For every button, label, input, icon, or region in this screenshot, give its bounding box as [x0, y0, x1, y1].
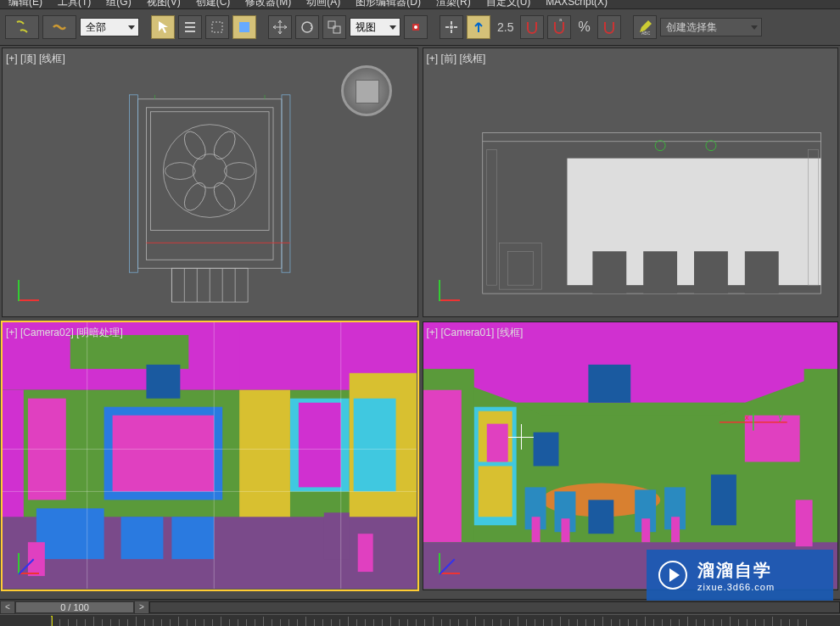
percent-snap-label: %	[574, 20, 593, 35]
watermark-title: 溜溜自学	[697, 559, 775, 582]
scale-button[interactable]	[322, 15, 346, 39]
svg-rect-64	[121, 517, 164, 559]
rotate-button[interactable]	[295, 15, 319, 39]
viewport-top-label[interactable]: [+] [顶] [线框]	[6, 52, 65, 66]
unlink-button[interactable]	[5, 15, 39, 39]
svg-rect-65	[171, 517, 214, 559]
svg-rect-38	[643, 251, 677, 293]
svg-rect-39	[694, 251, 728, 293]
move-icon	[272, 19, 288, 36]
select-region-rect-button[interactable]	[205, 15, 229, 39]
viewport-camera01-content: x y	[423, 322, 837, 589]
edit-named-selection-button[interactable]: ABC	[633, 15, 657, 39]
svg-rect-77	[588, 364, 630, 402]
svg-rect-89	[588, 500, 613, 534]
menu-grapheditor[interactable]: 图形编辑器(D)	[356, 0, 421, 8]
named-selection-dropdown[interactable]: 创建选择集	[660, 18, 762, 36]
keyboard-shortcut-override-button[interactable]	[467, 15, 490, 39]
menu-view[interactable]: 视图(V)	[147, 0, 181, 8]
main-toolbar: 全部 视图 2.5 a % ABC	[0, 8, 840, 46]
svg-point-17	[180, 179, 210, 214]
svg-text:a: a	[559, 19, 563, 22]
menu-create[interactable]: 创建(C)	[196, 0, 231, 8]
viewcube[interactable]	[341, 65, 392, 116]
menu-group[interactable]: 组(G)	[106, 0, 131, 8]
watermark-overlay: 溜溜自学 zixue.3d66.com	[647, 550, 833, 601]
svg-rect-41	[499, 243, 541, 289]
select-manipulate-button[interactable]	[440, 15, 463, 39]
svg-rect-56	[113, 415, 215, 491]
reference-coord-label: 视图	[356, 20, 376, 35]
svg-text:x: x	[744, 411, 748, 421]
axis-gizmo	[432, 547, 466, 581]
viewport-top[interactable]: [+] [顶] [线框]	[2, 48, 418, 317]
angle-snap-button[interactable]: a	[547, 15, 571, 39]
percent-snap-button[interactable]	[597, 15, 621, 39]
svg-point-19	[180, 128, 210, 163]
cursor-icon	[154, 19, 171, 36]
svg-rect-94	[531, 517, 540, 542]
menu-custom[interactable]: 自定义(U)	[486, 0, 531, 8]
select-by-name-button[interactable]	[178, 15, 202, 39]
viewport-camera02[interactable]: [+] [Camera02] [明暗处理]	[2, 321, 418, 591]
svg-point-2	[302, 22, 312, 32]
svg-rect-11	[146, 108, 273, 260]
axis-gizmo	[11, 547, 45, 581]
menu-modifier[interactable]: 修改器(M)	[245, 0, 291, 8]
svg-rect-4	[333, 26, 340, 33]
svg-text:ABC: ABC	[641, 31, 651, 36]
svg-rect-82	[478, 466, 512, 517]
manipulate-icon	[443, 19, 460, 36]
rect-fill-icon	[236, 19, 253, 36]
menu-maxscript[interactable]: MAXScript(X)	[546, 0, 608, 8]
timeline-track[interactable]	[149, 601, 840, 613]
svg-rect-12	[150, 112, 269, 231]
svg-rect-43	[486, 150, 496, 286]
svg-rect-67	[358, 534, 373, 572]
menubar[interactable]: 编辑(E) 工具(T) 组(G) 视图(V) 创建(C) 修改器(M) 动画(A…	[0, 0, 840, 8]
svg-rect-37	[592, 251, 626, 293]
named-selection-label: 创建选择集	[666, 20, 717, 35]
timeline-prev-button[interactable]: <	[0, 601, 15, 614]
svg-marker-76	[516, 402, 744, 415]
svg-rect-98	[710, 474, 736, 525]
list-icon	[182, 19, 199, 36]
menu-tools[interactable]: 工具(T)	[58, 0, 91, 8]
svg-rect-59	[299, 402, 341, 487]
svg-text:y: y	[778, 411, 782, 421]
axis-gizmo	[11, 274, 45, 308]
watermark-url: zixue.3d66.com	[697, 582, 775, 592]
menu-render[interactable]: 渲染(R)	[436, 0, 471, 8]
timeline-next-button[interactable]: >	[134, 601, 149, 614]
svg-point-46	[705, 141, 715, 151]
snap-toggle-button[interactable]	[520, 15, 544, 39]
select-object-button[interactable]	[151, 15, 175, 39]
viewport-camera01-label[interactable]: [+] [Camera01] [线框]	[427, 326, 524, 340]
svg-point-13	[163, 125, 256, 218]
rotate-icon	[299, 19, 316, 36]
link-button[interactable]	[42, 15, 76, 39]
link-icon	[51, 19, 68, 36]
svg-rect-29	[282, 95, 290, 272]
selection-filter-label: 全部	[86, 20, 106, 35]
viewport-front[interactable]: [+] [前] [线框]	[423, 48, 839, 317]
window-crossing-button[interactable]	[232, 15, 256, 39]
viewport-front-label[interactable]: [+] [前] [线框]	[427, 52, 486, 66]
svg-rect-84	[533, 432, 558, 466]
use-pivot-center-button[interactable]	[404, 15, 428, 39]
magnet-icon	[524, 19, 540, 36]
svg-rect-3	[328, 21, 335, 28]
svg-point-15	[224, 163, 255, 180]
menu-edit[interactable]: 编辑(E)	[8, 0, 42, 8]
menu-animation[interactable]: 动画(A)	[306, 0, 340, 8]
svg-rect-54	[146, 364, 180, 398]
play-icon	[658, 561, 687, 590]
svg-point-7	[450, 25, 453, 29]
move-button[interactable]	[268, 15, 292, 39]
viewport-camera02-label[interactable]: [+] [Camera02] [明暗处理]	[6, 326, 123, 340]
timeline-frame-slider[interactable]: 0 / 100	[15, 601, 134, 613]
axis-gizmo	[432, 274, 466, 308]
track-ruler[interactable]	[0, 614, 840, 626]
reference-coord-dropdown[interactable]: 视图	[350, 18, 400, 36]
selection-filter-dropdown[interactable]: 全部	[80, 18, 139, 36]
